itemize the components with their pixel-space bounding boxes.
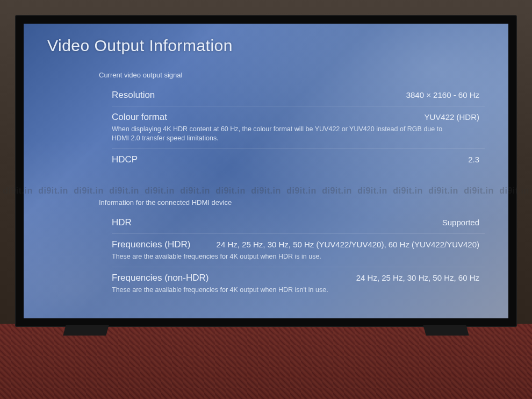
desc-colour-format: When displaying 4K HDR content at 60 Hz,… [112, 125, 443, 143]
tv-screen: Video Output Information Current video o… [24, 24, 508, 318]
value-resolution: 3840 × 2160 - 60 Hz [166, 90, 479, 99]
page-title: Video Output Information [47, 37, 485, 55]
desc-frequencies-non-hdr: These are the available frequencies for … [112, 286, 443, 295]
row-colour-format: Colour format YUV422 (HDR) When displayi… [112, 106, 485, 149]
section-header-current-signal: Current video output signal [99, 71, 485, 79]
tv-stand-left [63, 325, 109, 336]
row-hdr: HDR Supported [112, 212, 485, 234]
label-hdcp: HDCP [112, 154, 138, 165]
label-colour-format: Colour format [112, 112, 167, 123]
label-hdr: HDR [112, 217, 132, 228]
label-frequencies-hdr: Frequencies (HDR) [112, 239, 190, 250]
sections-gap [47, 170, 485, 191]
value-hdr: Supported [142, 218, 479, 227]
value-colour-format: YUV422 (HDR) [178, 112, 479, 122]
label-resolution: Resolution [112, 90, 155, 101]
desc-frequencies-hdr: These are the available frequencies for … [112, 252, 443, 261]
value-frequencies-hdr: 24 Hz, 25 Hz, 30 Hz, 50 Hz (YUV422/YUV42… [201, 240, 479, 249]
tv-frame: Video Output Information Current video o… [15, 15, 517, 327]
section-header-hdmi-device: Information for the connected HDMI devic… [99, 198, 485, 206]
row-hdcp: HDCP 2.3 [112, 149, 485, 170]
value-hdcp: 2.3 [148, 155, 479, 164]
tv-stand-right [423, 325, 469, 336]
row-frequencies-non-hdr: Frequencies (non-HDR) 24 Hz, 25 Hz, 30 H… [112, 267, 485, 300]
label-frequencies-non-hdr: Frequencies (non-HDR) [112, 273, 209, 283]
row-frequencies-hdr: Frequencies (HDR) 24 Hz, 25 Hz, 30 Hz, 5… [112, 234, 485, 267]
value-frequencies-non-hdr: 24 Hz, 25 Hz, 30 Hz, 50 Hz, 60 Hz [219, 273, 479, 282]
row-resolution: Resolution 3840 × 2160 - 60 Hz [112, 84, 485, 106]
